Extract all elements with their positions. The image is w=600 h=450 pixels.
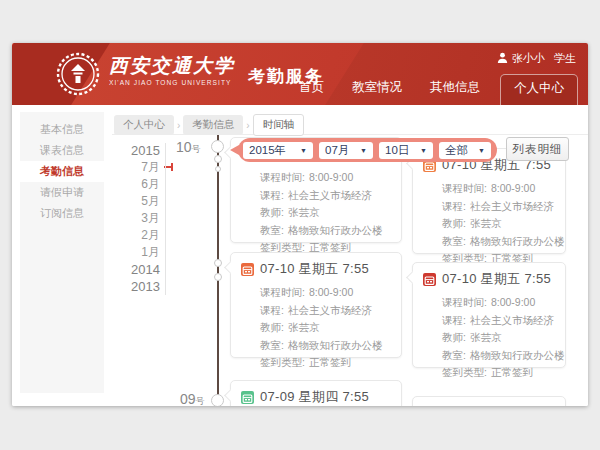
card-title: 07-09 星期四 7:55	[260, 388, 369, 406]
chevron-right-icon: ›	[246, 120, 249, 131]
sidebar-item-basic-info[interactable]: 基本信息	[20, 119, 104, 140]
breadcrumb: 个人中心 › 考勤信息 › 时间轴	[114, 114, 304, 136]
sidebar-item-leave-request[interactable]: 请假申请	[20, 182, 104, 203]
sidebar: 基本信息 课表信息 考勤信息 请假申请 订阅信息	[20, 112, 104, 393]
university-name-block: 西安交通大学 XI'AN JIAO TONG UNIVERSITY	[109, 52, 235, 86]
chevron-down-icon: ▼	[360, 147, 367, 154]
sidebar-item-attendance-info[interactable]: 考勤信息	[20, 161, 104, 182]
sidebar-item-subscription-info[interactable]: 订阅信息	[20, 203, 104, 224]
timeline-year-2015[interactable]: 2015	[114, 142, 160, 159]
chevron-down-icon: ▼	[300, 147, 307, 154]
page-background: 西安交通大学 XI'AN JIAO TONG UNIVERSITY 考勤服务 张…	[0, 0, 600, 450]
timeline-year-2013[interactable]: 2013	[114, 278, 160, 295]
year-nav-divider	[165, 143, 166, 295]
app-window: 西安交通大学 XI'AN JIAO TONG UNIVERSITY 考勤服务 张…	[12, 43, 588, 406]
timeline-year-nav: 2015 7月 6月 5月 3月 2月 1月 2014 2013	[114, 142, 160, 295]
timeline-node	[214, 259, 222, 267]
nav-tab-personal-center[interactable]: 个人中心	[500, 74, 578, 105]
attendance-card: 07-10 星期五 7:55 课程时间:8:00-9:00 课程:社会主义市场经…	[412, 262, 566, 368]
calendar-orange-icon	[241, 263, 254, 276]
month-select[interactable]: 07月▼	[319, 142, 373, 159]
calendar-green-icon	[241, 391, 254, 404]
attendance-card	[412, 396, 566, 406]
app-header: 西安交通大学 XI'AN JIAO TONG UNIVERSITY 考勤服务 张…	[12, 43, 588, 105]
university-logo-icon	[56, 52, 100, 100]
card-pointer	[224, 261, 237, 274]
breadcrumb-attendance-info[interactable]: 考勤信息	[183, 115, 243, 135]
main-nav: 首页 教室情况 其他信息 个人中心	[285, 74, 578, 105]
attendance-card: 07-10 星期五 7:55 课程时间:8:00-9:00 课程:社会主义市场经…	[230, 252, 402, 358]
user-name: 张小小	[512, 51, 545, 66]
card-title: 07-10 星期五 7:55	[442, 270, 551, 288]
card-pointer	[224, 389, 237, 402]
timeline-month-7[interactable]: 7月	[114, 159, 160, 176]
timeline-month-2[interactable]: 2月	[114, 227, 160, 244]
timeline-node	[214, 155, 222, 163]
timeline-month-6[interactable]: 6月	[114, 176, 160, 193]
day-marker-09: 09号	[180, 390, 205, 406]
type-select[interactable]: 全部▼	[439, 142, 491, 159]
timeline-node	[214, 273, 222, 281]
chevron-right-icon: ›	[177, 120, 180, 131]
content-area: 基本信息 课表信息 考勤信息 请假申请 订阅信息 个人中心 › 考勤信息 › 时…	[12, 105, 588, 406]
filter-bar-pointer	[230, 145, 239, 155]
list-detail-button[interactable]: 列表明细	[506, 137, 569, 161]
user-menu[interactable]: 张小小 学生	[497, 51, 576, 66]
timeline-node	[215, 166, 221, 172]
timeline-month-5[interactable]: 5月	[114, 193, 160, 210]
year-select[interactable]: 2015年▼	[243, 142, 313, 159]
timeline-year-2014[interactable]: 2014	[114, 261, 160, 278]
day-select[interactable]: 10日▼	[379, 142, 433, 159]
attendance-card: 07-09 星期四 7:55	[230, 380, 402, 406]
breadcrumb-timeline[interactable]: 时间轴	[253, 114, 305, 136]
sidebar-item-schedule-info[interactable]: 课表信息	[20, 140, 104, 161]
timeline-node	[211, 394, 224, 406]
card-title: 07-10 星期五 7:55	[260, 260, 369, 278]
timeline-node	[211, 140, 224, 153]
nav-item-home[interactable]: 首页	[285, 79, 338, 105]
day-marker-10: 10号	[176, 138, 201, 156]
chevron-down-icon: ▼	[478, 147, 485, 154]
nav-item-other-info[interactable]: 其他信息	[416, 79, 494, 105]
timeline-month-3[interactable]: 3月	[114, 210, 160, 227]
brand: 西安交通大学 XI'AN JIAO TONG UNIVERSITY 考勤服务	[56, 52, 324, 100]
attendance-card: 07-10 星期五 7:55 课程时间:8:00-9:00 课程:社会主义市场经…	[412, 148, 566, 254]
date-filter-bar: 2015年▼ 07月▼ 10日▼ 全部▼	[238, 138, 497, 162]
card-pointer	[406, 271, 419, 284]
nav-item-classrooms[interactable]: 教室情况	[338, 79, 416, 105]
calendar-red-icon	[423, 273, 436, 286]
timeline-month-1[interactable]: 1月	[114, 244, 160, 261]
user-icon	[497, 52, 508, 66]
user-role: 学生	[554, 51, 576, 66]
university-name-zh: 西安交通大学	[109, 52, 235, 78]
chevron-down-icon: ▼	[420, 147, 427, 154]
university-name-en: XI'AN JIAO TONG UNIVERSITY	[109, 79, 235, 86]
breadcrumb-personal-center[interactable]: 个人中心	[114, 115, 174, 135]
